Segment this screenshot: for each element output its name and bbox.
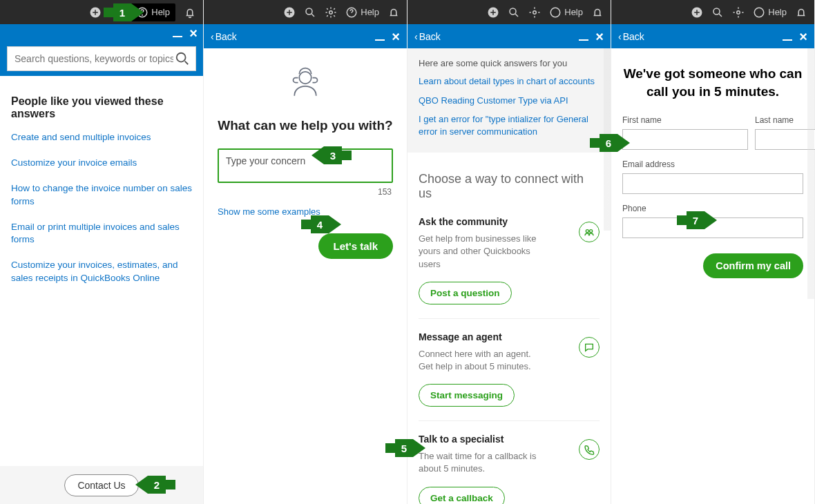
quick-answer-link[interactable]: I get an error for "type intializer for …: [419, 113, 600, 137]
search-submit-icon[interactable]: [175, 51, 190, 66]
plus-icon[interactable]: [487, 6, 499, 19]
scrollbar[interactable]: [807, 48, 814, 504]
suggested-link[interactable]: Customize your invoices, estimates, and …: [11, 259, 192, 285]
minimize-icon[interactable]: [579, 39, 588, 41]
back-button[interactable]: ‹ Back: [211, 31, 237, 42]
option-desc: The wait time for a callback is about 5 …: [419, 450, 543, 475]
option-message: Message an agent Connect here with an ag…: [419, 331, 600, 421]
search-icon[interactable]: [711, 6, 724, 19]
help-panel-header: ×: [0, 24, 203, 76]
step-marker-7: 7: [677, 211, 717, 229]
plus-icon[interactable]: [691, 6, 703, 19]
suggested-link[interactable]: How to change the invoice number on sale…: [11, 182, 192, 209]
bell-icon[interactable]: [591, 6, 604, 19]
app-topbar: Help: [408, 0, 611, 24]
svg-point-12: [533, 10, 537, 14]
bell-icon[interactable]: [184, 6, 196, 19]
connect-heading: Choose a way to connect with us: [419, 172, 600, 201]
step-marker-4: 4: [301, 215, 341, 233]
last-name-input[interactable]: [755, 129, 815, 150]
gear-icon[interactable]: [732, 6, 745, 19]
panel-describe-concern: Help ‹ Back × What can we help you with?…: [204, 0, 408, 504]
minimize-icon[interactable]: [375, 39, 385, 41]
close-icon[interactable]: ×: [595, 32, 604, 41]
option-desc: Get help from businesses like yours and …: [419, 233, 543, 271]
svg-point-4: [177, 53, 186, 62]
help-button[interactable]: Help: [753, 6, 787, 19]
step-marker-6: 6: [590, 134, 630, 152]
contact-us-button[interactable]: Contact Us: [64, 474, 138, 496]
minimize-icon[interactable]: [783, 39, 792, 41]
svg-point-11: [510, 8, 516, 14]
get-callback-button[interactable]: Get a callback: [419, 487, 505, 505]
lets-talk-button[interactable]: Let's talk: [318, 233, 393, 259]
search-icon[interactable]: [304, 6, 316, 19]
gear-icon[interactable]: [325, 6, 337, 19]
option-title: Message an agent: [419, 331, 600, 342]
email-input[interactable]: [622, 173, 803, 194]
suggested-link[interactable]: Customize your invoice emails: [11, 157, 192, 170]
help-button[interactable]: Help: [549, 6, 583, 19]
community-icon: [579, 222, 600, 242]
step-marker-3: 3: [311, 146, 352, 164]
svg-point-18: [737, 10, 740, 14]
option-title: Ask the community: [419, 216, 600, 227]
char-count: 153: [378, 187, 392, 197]
svg-point-6: [306, 8, 312, 14]
back-button[interactable]: ‹ Back: [414, 31, 441, 42]
last-name-label: Last name: [755, 115, 815, 125]
svg-point-7: [329, 10, 333, 14]
help-button[interactable]: Help: [345, 6, 379, 19]
email-label: Email address: [622, 159, 803, 169]
support-agent-icon: [286, 66, 325, 104]
panel-connect-options: Help ‹ Back × Here are some quick answer…: [408, 0, 611, 504]
svg-point-17: [713, 8, 720, 14]
option-community: Ask the community Get help from business…: [419, 216, 600, 319]
phone-icon: [579, 439, 600, 460]
minimize-icon[interactable]: [173, 36, 182, 37]
option-specialist: Talk to a specialist The wait time for a…: [419, 434, 600, 504]
bell-icon[interactable]: [795, 6, 807, 19]
close-icon[interactable]: ×: [392, 32, 400, 41]
quick-answers-box: Here are some quick answers for you Lear…: [408, 48, 611, 153]
svg-point-13: [551, 8, 561, 17]
svg-point-15: [590, 230, 593, 233]
quick-answer-link[interactable]: Learn about detail types in chart of acc…: [419, 75, 600, 88]
first-name-label: First name: [622, 115, 748, 125]
close-icon[interactable]: ×: [189, 28, 198, 38]
help-search-input[interactable]: [13, 52, 175, 65]
post-question-button[interactable]: Post a question: [419, 282, 512, 304]
callback-heading: We've got someone who can call you in 5 …: [622, 65, 803, 100]
help-label: Help: [151, 7, 170, 17]
back-button[interactable]: ‹ Back: [618, 31, 644, 42]
quick-answer-link[interactable]: QBO Reading Customer Type via API: [419, 95, 600, 107]
help-search-box[interactable]: [7, 46, 196, 71]
concern-textarea[interactable]: Type your concern: [218, 148, 393, 183]
app-topbar: Help: [611, 0, 814, 24]
suggested-link[interactable]: Create and send multiple invoices: [11, 131, 192, 144]
plus-icon[interactable]: [283, 6, 296, 19]
svg-point-14: [586, 230, 588, 233]
svg-point-19: [755, 8, 765, 17]
first-name-input[interactable]: [622, 129, 748, 150]
svg-point-9: [299, 72, 311, 84]
confirm-call-button[interactable]: Confirm my call: [703, 253, 803, 278]
quick-answers-title: Here are some quick answers for you: [419, 58, 600, 68]
panel-help-search: Help × People like you viewed these answ…: [0, 0, 204, 504]
plus-icon[interactable]: [89, 6, 102, 19]
suggested-link[interactable]: Email or print multiple invoices and sal…: [11, 221, 192, 247]
option-title: Talk to a specialist: [419, 434, 600, 445]
option-desc: Connect here with an agent. Get help in …: [419, 348, 543, 373]
panel-confirm-call: Help ‹ Back × We've got someone who can …: [611, 0, 815, 504]
search-icon[interactable]: [508, 6, 520, 19]
step-marker-5: 5: [385, 439, 425, 457]
bell-icon[interactable]: [387, 6, 400, 19]
step-marker-2: 2: [135, 476, 175, 494]
close-icon[interactable]: ×: [799, 32, 807, 41]
app-topbar: Help: [204, 0, 407, 24]
concern-heading: What can we help you with?: [218, 118, 392, 133]
app-topbar: Help: [0, 0, 203, 24]
start-messaging-button[interactable]: Start messaging: [419, 384, 515, 407]
gear-icon[interactable]: [528, 6, 541, 19]
scrollbar[interactable]: [604, 48, 611, 504]
